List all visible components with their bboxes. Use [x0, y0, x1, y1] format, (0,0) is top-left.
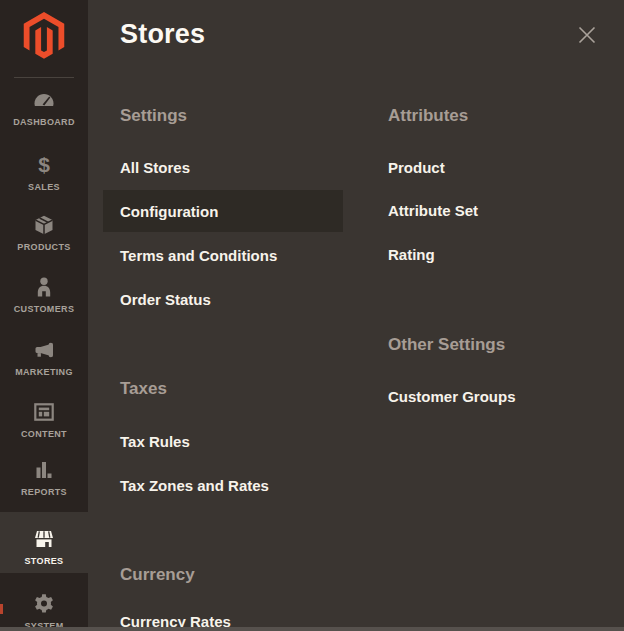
section-heading-attributes: Attributes: [388, 106, 468, 126]
sidebar-item-label: STORES: [25, 556, 64, 566]
sidebar-item-reports[interactable]: REPORTS: [0, 443, 88, 504]
close-icon[interactable]: [575, 23, 599, 47]
sidebar-item-dashboard[interactable]: DASHBOARD: [0, 73, 88, 134]
stores-flyout-panel: Stores Settings All Stores Configuration…: [88, 0, 624, 631]
dashboard-icon: [32, 88, 56, 112]
bottom-edge-strip: [0, 627, 624, 631]
menu-item-product[interactable]: Product: [388, 159, 445, 176]
menu-item-attribute-set[interactable]: Attribute Set: [388, 202, 478, 219]
menu-item-terms-and-conditions[interactable]: Terms and Conditions: [120, 247, 277, 264]
sidebar-item-label: PRODUCTS: [17, 242, 70, 252]
magento-logo-icon[interactable]: [0, 12, 88, 59]
menu-item-customer-groups[interactable]: Customer Groups: [388, 388, 516, 405]
menu-item-all-stores[interactable]: All Stores: [120, 159, 190, 176]
products-icon: [32, 213, 56, 237]
section-heading-taxes: Taxes: [120, 379, 167, 399]
section-heading-currency: Currency: [120, 565, 195, 585]
menu-item-tax-zones-and-rates[interactable]: Tax Zones and Rates: [120, 477, 269, 494]
sidebar-item-content[interactable]: CONTENT: [0, 385, 88, 446]
sidebar-item-marketing[interactable]: MARKETING: [0, 323, 88, 384]
sidebar-item-label: MARKETING: [15, 367, 73, 377]
stores-icon: [32, 527, 56, 551]
menu-item-order-status[interactable]: Order Status: [120, 291, 211, 308]
page-title: Stores: [120, 19, 205, 50]
sidebar-item-label: REPORTS: [21, 487, 67, 497]
menu-item-rating[interactable]: Rating: [388, 246, 435, 263]
section-heading-settings: Settings: [120, 106, 187, 126]
system-icon: [32, 592, 56, 616]
sidebar-item-customers[interactable]: CUSTOMERS: [0, 260, 88, 321]
sidebar-item-products[interactable]: PRODUCTS: [0, 198, 88, 259]
sidebar-item-sales[interactable]: $ SALES: [0, 138, 88, 199]
sidebar-item-label: CONTENT: [21, 429, 67, 439]
sidebar-nav: DASHBOARD $ SALES PRODUCTS CUSTOMER: [0, 0, 88, 631]
menu-item-label: Configuration: [120, 203, 218, 220]
menu-item-configuration[interactable]: Configuration: [103, 190, 343, 232]
sidebar-item-label: SALES: [28, 182, 60, 192]
edge-red-artifact: [0, 604, 3, 614]
sidebar-item-label: CUSTOMERS: [14, 304, 75, 314]
sidebar-item-system[interactable]: SYSTEM: [0, 577, 88, 631]
section-heading-other-settings: Other Settings: [388, 335, 505, 355]
menu-item-tax-rules[interactable]: Tax Rules: [120, 433, 190, 450]
sidebar-item-label: DASHBOARD: [13, 117, 75, 127]
sidebar-item-stores[interactable]: STORES: [0, 512, 88, 573]
marketing-icon: [32, 338, 56, 362]
sales-icon: $: [38, 153, 50, 177]
content-icon: [32, 400, 56, 424]
magento-admin-window: DASHBOARD $ SALES PRODUCTS CUSTOMER: [0, 0, 624, 631]
reports-icon: [32, 458, 56, 482]
customers-icon: [32, 275, 56, 299]
